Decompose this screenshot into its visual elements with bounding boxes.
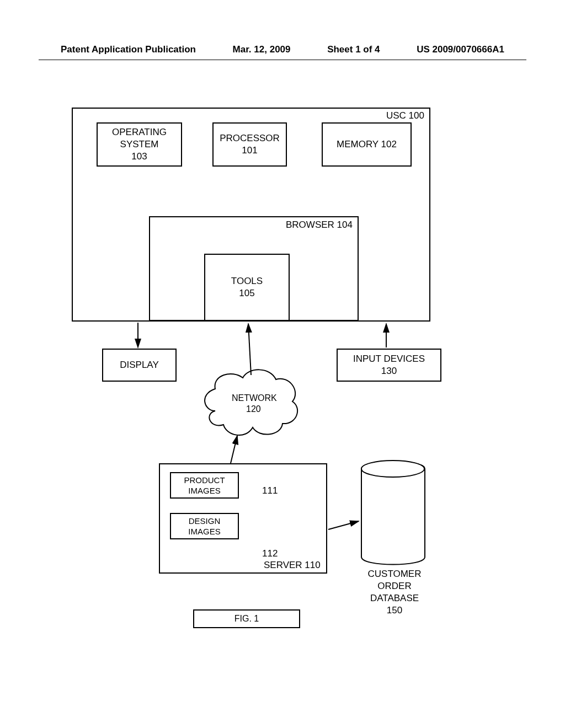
design-ref: 112 — [262, 548, 278, 559]
db-l2: DATABASE — [353, 592, 436, 604]
design-images-box: DESIGN IMAGES — [170, 513, 239, 539]
svg-point-0 — [361, 461, 424, 477]
arrow-server-network — [231, 436, 237, 463]
product-ref: 111 — [262, 485, 278, 496]
product-images-box: PRODUCT IMAGES — [170, 472, 239, 499]
db-caption: CUSTOMER ORDER DATABASE 150 — [353, 568, 436, 617]
db-l1: CUSTOMER ORDER — [353, 568, 436, 592]
database-cylinder — [361, 461, 425, 565]
figure-label: FIG. 1 — [193, 609, 300, 628]
arrow-server-db — [328, 521, 359, 529]
product-l2: IMAGES — [188, 485, 220, 496]
network-l1: NETWORK — [232, 393, 277, 403]
product-l1: PRODUCT — [184, 475, 225, 486]
design-l2: IMAGES — [188, 526, 220, 537]
design-l1: DESIGN — [189, 516, 221, 527]
server-label: SERVER 110 — [264, 560, 321, 571]
arrow-network-tools — [248, 324, 251, 375]
db-l3: 150 — [353, 604, 436, 617]
network-l2: 120 — [246, 404, 261, 414]
